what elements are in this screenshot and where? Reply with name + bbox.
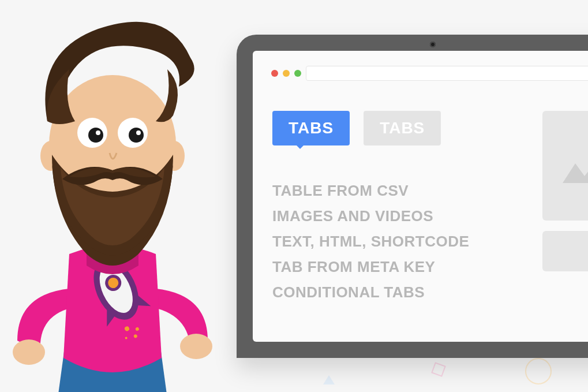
decor-square-2 bbox=[431, 362, 446, 377]
feature-item: CONDITIONAL TABS bbox=[272, 279, 469, 305]
image-placeholder-card bbox=[542, 111, 588, 221]
address-bar bbox=[306, 66, 588, 81]
svg-point-18 bbox=[129, 128, 144, 143]
content-placeholder-card bbox=[542, 231, 588, 271]
feature-item: IMAGES AND VIDEOS bbox=[272, 203, 469, 229]
window-minimize-icon bbox=[283, 70, 290, 77]
window-close-icon bbox=[271, 70, 278, 77]
sidebar-cards bbox=[542, 111, 588, 282]
laptop-screen: TABS TABS TABLE FROM CSV IMAGES AND VIDE… bbox=[253, 51, 588, 342]
tab-inactive[interactable]: TABS bbox=[364, 111, 441, 145]
tabs-row: TABS TABS bbox=[272, 111, 441, 145]
feature-list: TABLE FROM CSV IMAGES AND VIDEOS TEXT, H… bbox=[272, 178, 469, 305]
feature-item: TABLE FROM CSV bbox=[272, 178, 469, 203]
svg-point-20 bbox=[136, 130, 141, 135]
laptop-mockup: TABS TABS TABLE FROM CSV IMAGES AND VIDE… bbox=[237, 35, 588, 358]
svg-point-2 bbox=[13, 339, 45, 365]
decor-circle bbox=[525, 358, 552, 384]
decor-triangle bbox=[323, 375, 335, 384]
svg-point-19 bbox=[96, 130, 100, 135]
svg-point-17 bbox=[88, 128, 103, 143]
image-placeholder-icon bbox=[563, 148, 588, 183]
mascot-character bbox=[0, 6, 248, 392]
svg-point-3 bbox=[180, 334, 212, 359]
window-maximize-icon bbox=[294, 70, 301, 77]
feature-item: TAB FROM META KEY bbox=[272, 254, 469, 279]
svg-marker-1 bbox=[563, 163, 588, 183]
browser-bar bbox=[271, 66, 588, 81]
tab-active[interactable]: TABS bbox=[272, 111, 350, 145]
laptop-camera bbox=[430, 42, 436, 47]
feature-item: TEXT, HTML, SHORTCODE bbox=[272, 229, 469, 254]
